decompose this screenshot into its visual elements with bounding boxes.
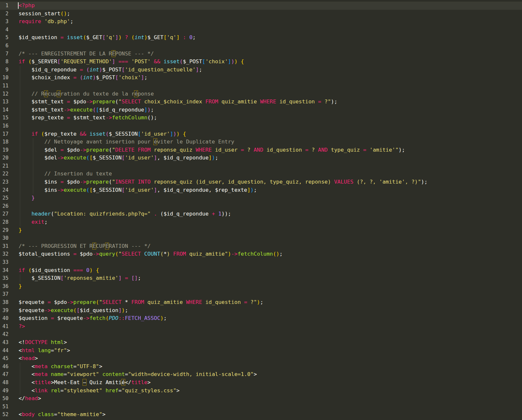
line-number[interactable]: 47 xyxy=(0,370,19,379)
code-line[interactable]: 50</head> xyxy=(0,395,522,403)
code-line[interactable]: 35 $_SESSION['reponses_amitie'] = []; xyxy=(0,274,522,282)
line-number[interactable]: 30 xyxy=(0,234,19,242)
line-number[interactable]: 45 xyxy=(0,354,19,363)
line-number[interactable]: 28 xyxy=(0,218,19,226)
line-number[interactable]: 10 xyxy=(0,74,19,82)
line-number[interactable]: 50 xyxy=(0,395,19,403)
line-number[interactable]: 7 xyxy=(0,50,19,58)
line-number[interactable]: 41 xyxy=(0,322,19,331)
code-line[interactable]: 52<body class="theme-amitie"> xyxy=(0,411,522,419)
line-number[interactable]: 32 xyxy=(0,250,19,258)
line-number[interactable]: 29 xyxy=(0,226,19,234)
code-line[interactable]: 51 xyxy=(0,403,522,411)
line-number[interactable]: 40 xyxy=(0,314,19,322)
line-number[interactable]: 44 xyxy=(0,347,19,355)
line-number[interactable]: 22 xyxy=(0,170,19,178)
code-line[interactable]: 14 $stmt_text->execute([$id_q_repondue])… xyxy=(0,106,522,114)
code-line[interactable]: 45<head> xyxy=(0,354,522,363)
line-number[interactable]: 12 xyxy=(0,90,19,98)
code-line[interactable]: 26 xyxy=(0,202,522,210)
line-number[interactable]: 8 xyxy=(0,58,19,66)
code-line[interactable]: 20 $del->execute([$_SESSION['id_user'], … xyxy=(0,154,522,162)
code-line[interactable]: 25 } xyxy=(0,194,522,202)
code-line[interactable]: 40$question = $requete->fetch(PDO::FETCH… xyxy=(0,314,522,322)
code-line[interactable]: 44<html lang="fr"> xyxy=(0,347,522,355)
line-number[interactable]: 14 xyxy=(0,106,19,114)
line-number[interactable]: 34 xyxy=(0,266,19,275)
line-number[interactable]: 24 xyxy=(0,186,19,194)
code-line[interactable]: 34if ($id_question === 0) { xyxy=(0,266,522,275)
line-number[interactable]: 48 xyxy=(0,379,19,387)
code-line[interactable]: 8if ($_SERVER['REQUEST_METHOD'] === 'POS… xyxy=(0,58,522,66)
line-number[interactable]: 2 xyxy=(0,10,19,18)
code-line[interactable]: 37 xyxy=(0,290,522,298)
line-number[interactable]: 13 xyxy=(0,98,19,106)
line-number[interactable]: 21 xyxy=(0,162,19,170)
line-number[interactable]: 4 xyxy=(0,26,19,34)
code-line[interactable]: 42 xyxy=(0,330,522,338)
code-line[interactable]: 46 <meta charset="UTF-8"> xyxy=(0,363,522,371)
code-line[interactable]: 38$requete = $pdo->prepare("SELECT * FRO… xyxy=(0,298,522,307)
code-line[interactable]: 12 // Récupération du texte de la répons… xyxy=(0,90,522,98)
line-number[interactable]: 9 xyxy=(0,66,19,74)
code-line[interactable]: 17 if ($rep_texte && isset($_SESSION['id… xyxy=(0,130,522,138)
line-number[interactable]: 23 xyxy=(0,178,19,186)
line-number[interactable]: 31 xyxy=(0,242,19,250)
line-number[interactable]: 52 xyxy=(0,411,19,419)
code-line[interactable]: 7/* --- ENREGISTREMENT DE LA RÉPONSE ---… xyxy=(0,50,522,58)
code-line[interactable]: 47 <meta name="viewport" content="width=… xyxy=(0,370,522,379)
line-number[interactable]: 43 xyxy=(0,338,19,347)
line-number[interactable]: 17 xyxy=(0,130,19,138)
code-line[interactable]: 18 // Nettoyage avant insertion pour évi… xyxy=(0,138,522,146)
line-number[interactable]: 3 xyxy=(0,18,19,26)
code-line[interactable]: 49 <link rel="stylesheet" href="quiz_sty… xyxy=(0,387,522,395)
line-number[interactable]: 27 xyxy=(0,210,19,218)
code-line[interactable]: 13 $stmt_text = $pdo->prepare("SELECT ch… xyxy=(0,98,522,106)
line-number[interactable]: 25 xyxy=(0,194,19,202)
code-line[interactable]: 43<!DOCTYPE html> xyxy=(0,338,522,347)
code-line[interactable]: 48 <title>Meet-Eat – Quiz Amitié</title> xyxy=(0,379,522,387)
line-number[interactable]: 6 xyxy=(0,42,19,50)
code-line[interactable]: 10 $choix_index = (int)$_POST['choix']; xyxy=(0,74,522,82)
line-number[interactable]: 37 xyxy=(0,290,19,298)
code-line[interactable]: 19 $del = $pdo->prepare("DELETE FROM rep… xyxy=(0,146,522,154)
code-line[interactable]: 4 xyxy=(0,26,522,34)
line-number[interactable]: 46 xyxy=(0,363,19,371)
code-line[interactable]: 3require 'db.php'; xyxy=(0,18,522,26)
line-number[interactable]: 15 xyxy=(0,114,19,122)
line-number[interactable]: 51 xyxy=(0,403,19,411)
line-number[interactable]: 42 xyxy=(0,330,19,338)
code-line[interactable]: 9 $id_q_repondue = (int)$_POST['id_quest… xyxy=(0,66,522,74)
code-line[interactable]: 32$total_questions = $pdo->query("SELECT… xyxy=(0,250,522,258)
code-line[interactable]: 1<?php xyxy=(0,2,522,10)
code-line[interactable]: 29} xyxy=(0,226,522,234)
code-line[interactable]: 6 xyxy=(0,42,522,50)
code-line[interactable]: 5$id_question = isset($_GET['q']) ? (int… xyxy=(0,34,522,42)
line-number[interactable]: 49 xyxy=(0,387,19,395)
line-number[interactable]: 20 xyxy=(0,154,19,162)
code-line[interactable]: 27 header("Location: quizfriends.php?q="… xyxy=(0,210,522,218)
code-line[interactable]: 23 $ins = $pdo->prepare("INSERT INTO rep… xyxy=(0,178,522,186)
line-number[interactable]: 33 xyxy=(0,258,19,266)
code-line[interactable]: 21 xyxy=(0,162,522,170)
line-number[interactable]: 18 xyxy=(0,138,19,146)
line-number[interactable]: 38 xyxy=(0,298,19,307)
code-editor[interactable]: 1<?php2session_start();3require 'db.php'… xyxy=(0,0,522,420)
line-number[interactable]: 16 xyxy=(0,122,19,130)
line-number[interactable]: 19 xyxy=(0,146,19,154)
code-line[interactable]: 22 // Insertion du texte xyxy=(0,170,522,178)
code-line[interactable]: 36} xyxy=(0,282,522,291)
line-number[interactable]: 39 xyxy=(0,307,19,315)
line-number[interactable]: 36 xyxy=(0,282,19,291)
line-number[interactable]: 5 xyxy=(0,34,19,42)
line-number[interactable]: 1 xyxy=(0,2,19,10)
line-number[interactable]: 11 xyxy=(0,82,19,90)
code-line[interactable]: 2session_start(); xyxy=(0,10,522,18)
line-number[interactable]: 35 xyxy=(0,274,19,282)
code-line[interactable]: 28 exit; xyxy=(0,218,522,226)
code-line[interactable]: 39$requete->execute([$id_question]); xyxy=(0,307,522,315)
code-line[interactable]: 41?> xyxy=(0,322,522,331)
line-number[interactable]: 26 xyxy=(0,202,19,210)
code-line[interactable]: 31/* --- PROGRESSION ET RÉCUPÉRATION ---… xyxy=(0,242,522,250)
code-line[interactable]: 16 xyxy=(0,122,522,130)
